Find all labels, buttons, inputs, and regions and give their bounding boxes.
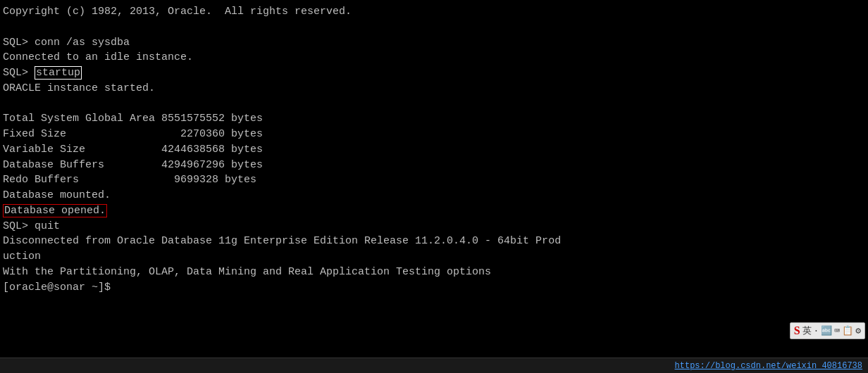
terminal-line-conn: SQL> conn /as sysdba <box>3 35 865 51</box>
sogou-english[interactable]: 英 <box>802 324 812 337</box>
sogou-clipboard[interactable]: 📋 <box>842 325 853 336</box>
db-opened-highlight: Database opened. <box>3 204 107 217</box>
terminal-line-disconnected: Disconnected from Oracle Database 11g En… <box>3 234 865 249</box>
terminal-line-db-buffers: Database Buffers 4294967296 bytes <box>3 158 865 173</box>
sogou-mic[interactable]: 🔤 <box>821 325 832 336</box>
terminal-line-db-mounted: Database mounted. <box>3 188 865 203</box>
terminal-window: Copyright (c) 1982, 2013, Oracle. All ri… <box>0 0 868 373</box>
terminal-line-oracle-started: ORACLE instance started. <box>3 81 865 96</box>
terminal-line-db-opened: Database opened. <box>3 203 865 219</box>
sogou-input-bar[interactable]: S 英 · 🔤 ⌨ 📋 ⚙ <box>790 322 865 339</box>
terminal-line-empty-1 <box>3 20 865 35</box>
blog-url[interactable]: https://blog.csdn.net/weixin_40816738 <box>675 361 862 371</box>
sogou-settings[interactable]: ⚙ <box>855 325 861 336</box>
terminal-line-copyright: Copyright (c) 1982, 2013, Oracle. All ri… <box>3 4 865 20</box>
terminal-line-uction: uction <box>3 249 865 265</box>
terminal-line-connected: Connected to an idle instance. <box>3 50 865 65</box>
terminal-line-total: Total System Global Area 8551575552 byte… <box>3 111 865 127</box>
terminal-line-with: With the Partitioning, OLAP, Data Mining… <box>3 265 865 280</box>
terminal-line-prompt-final: [oracle@sonar ~]$ <box>3 280 865 296</box>
terminal-line-quit: SQL> quit <box>3 219 865 234</box>
sogou-dot: · <box>814 326 819 336</box>
sogou-keyboard[interactable]: ⌨ <box>834 325 840 336</box>
startup-highlight: startup <box>35 66 82 80</box>
prompt-startup: SQL> <box>3 67 35 79</box>
terminal-line-empty-2 <box>3 96 865 112</box>
url-bar: https://blog.csdn.net/weixin_40816738 <box>0 358 868 373</box>
terminal-line-startup: SQL> startup <box>3 65 865 81</box>
terminal-line-variable: Variable Size 4244638568 bytes <box>3 142 865 158</box>
sogou-s-icon: S <box>794 324 800 337</box>
terminal-line-redo: Redo Buffers 9699328 bytes <box>3 172 865 188</box>
terminal-line-fixed: Fixed Size 2270360 bytes <box>3 127 865 142</box>
